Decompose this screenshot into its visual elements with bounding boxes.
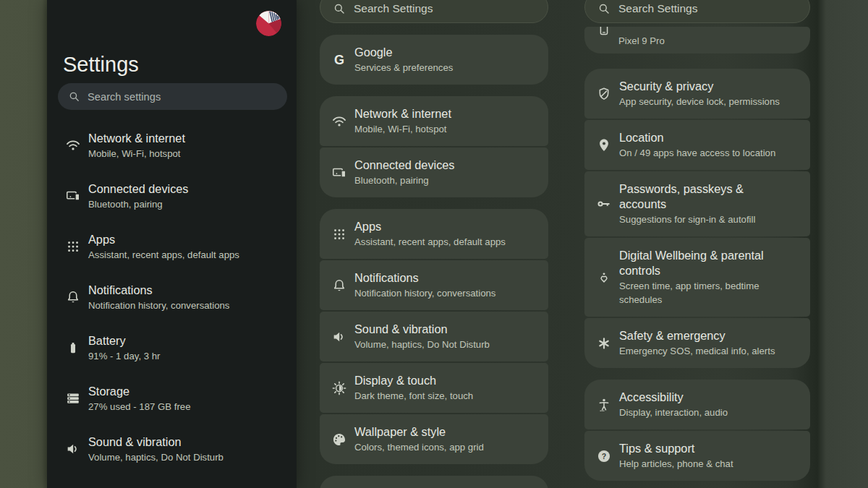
item-title: Connected devices (88, 181, 188, 197)
item-subtitle: Help articles, phone & chat (619, 457, 733, 471)
settings-item-pixel-9-pro[interactable]: Pixel 9 Pro (584, 27, 810, 53)
devices-icon (65, 188, 81, 204)
settings-item-digital-wellbeing-parental[interactable]: Digital Wellbeing & parental controlsScr… (584, 238, 810, 317)
item-title: Security & privacy (619, 79, 780, 94)
settings-item-location[interactable]: LocationOn / 49 apps have access to loca… (584, 120, 810, 170)
item-subtitle: Volume, haptics, Do Not Disturb (88, 450, 224, 464)
item-title: Tips & support (619, 441, 733, 456)
search-icon (333, 2, 346, 15)
settings-item-display[interactable]: Display (47, 474, 297, 488)
item-text: GoogleServices & preferences (354, 45, 453, 74)
card-group: GGoogleServices & preferences (320, 35, 548, 85)
item-text: Sound & vibrationVolume, haptics, Do Not… (354, 322, 490, 351)
item-title: Network & internet (88, 131, 185, 146)
card-group: Network & internetMobile, Wi-Fi, hotspot… (320, 96, 548, 197)
key-icon (595, 196, 613, 212)
settings-item-connected-devices[interactable]: Connected devicesBluetooth, pairing (47, 171, 297, 221)
settings-item-safety-emergency[interactable]: Safety & emergencyEmergency SOS, medical… (584, 318, 810, 368)
accessibility-icon (595, 397, 613, 413)
item-subtitle: Pixel 9 Pro (618, 34, 665, 48)
item-title: Display & touch (354, 373, 473, 388)
item-title: Network & internet (354, 106, 451, 121)
wifi-icon (65, 137, 81, 153)
settings-item-notifications[interactable]: NotificationsNotification history, conve… (320, 260, 548, 310)
settings-panel-middle: Search Settings GGoogleServices & prefer… (320, 0, 548, 488)
search-placeholder: Search settings (88, 91, 161, 103)
search-placeholder: Search Settings (354, 2, 433, 15)
item-subtitle: Assistant, recent apps, default apps (88, 248, 239, 262)
settings-item-accessibility[interactable]: AccessibilityDisplay, interaction, audio (584, 380, 810, 429)
settings-panel-right: Search Settings Pixel 9 Pro Security & p… (584, 0, 810, 488)
location-pin-icon (595, 137, 613, 153)
card-group: AppsAssistant, recent apps, default apps… (320, 209, 548, 464)
item-text: Network & internetMobile, Wi-Fi, hotspot (88, 131, 185, 160)
settings-item-apps[interactable]: AppsAssistant, recent apps, default apps (47, 221, 297, 272)
item-text: Connected devicesBluetooth, pairing (88, 181, 188, 211)
search-input[interactable]: Search Settings (320, 0, 548, 23)
settings-item-storage[interactable]: Storage (320, 476, 548, 488)
item-subtitle: Assistant, recent apps, default apps (354, 235, 506, 249)
item-text: Battery91% - 1 day, 3 hr (88, 333, 160, 363)
search-placeholder: Search Settings (618, 2, 697, 15)
asterisk-icon (595, 335, 613, 351)
search-input[interactable]: Search settings (58, 83, 287, 110)
item-title: Accessibility (619, 390, 728, 405)
question-icon: ? (595, 448, 613, 464)
settings-item-security-privacy[interactable]: Security & privacyApp security, device l… (584, 69, 810, 119)
item-text: Digital Wellbeing & parental controlsScr… (619, 248, 764, 307)
profile-avatar[interactable] (256, 11, 281, 36)
search-input[interactable]: Search Settings (584, 0, 810, 23)
settings-item-network-internet[interactable]: Network & internetMobile, Wi-Fi, hotspot (47, 120, 297, 171)
item-title: Storage (88, 384, 190, 399)
item-text: Passwords, passkeys & accountsSuggestion… (619, 181, 755, 226)
item-text: NotificationsNotification history, conve… (88, 283, 229, 312)
brightness-icon (331, 380, 348, 396)
settings-item-battery[interactable]: Battery91% - 1 day, 3 hr (47, 322, 297, 373)
item-title: Wallpaper & style (354, 424, 484, 440)
item-text: LocationOn / 49 apps have access to loca… (619, 130, 775, 160)
item-text: Tips & supportHelp articles, phone & cha… (619, 441, 733, 471)
item-title: Notifications (88, 283, 229, 298)
item-title: Connected devices (354, 158, 454, 173)
item-subtitle: Bluetooth, pairing (354, 174, 454, 187)
item-subtitle: Suggestions for sign-in & autofill (619, 213, 755, 226)
item-text: AppsAssistant, recent apps, default apps (88, 232, 239, 262)
settings-item-passwords-passkeys[interactable]: Passwords, passkeys & accountsSuggestion… (584, 171, 810, 236)
settings-item-storage[interactable]: Storage27% used - 187 GB free (47, 373, 297, 424)
wellbeing-icon (595, 270, 613, 286)
item-title: Notifications (354, 270, 495, 286)
settings-item-apps[interactable]: AppsAssistant, recent apps, default apps (320, 209, 548, 259)
apps-grid-icon (65, 239, 81, 254)
bell-icon (65, 289, 81, 305)
shield-icon (595, 86, 613, 102)
settings-item-network-internet[interactable]: Network & internetMobile, Wi-Fi, hotspot (320, 96, 548, 146)
settings-item-google[interactable]: GGoogleServices & preferences (320, 35, 548, 85)
item-subtitle: Mobile, Wi-Fi, hotspot (354, 122, 451, 136)
settings-card-groups: Security & privacyApp security, device l… (584, 69, 810, 481)
card-group: Storage (320, 476, 548, 488)
item-title: Google (354, 45, 453, 60)
item-text: Sound & vibrationVolume, haptics, Do Not… (88, 435, 224, 464)
item-subtitle: Notification history, conversations (88, 299, 229, 312)
google-g-icon: G (331, 52, 348, 68)
wifi-icon (331, 114, 348, 129)
settings-item-sound-vibration[interactable]: Sound & vibrationVolume, haptics, Do Not… (320, 312, 548, 361)
item-title: Sound & vibration (354, 322, 490, 337)
page-title: Settings (63, 51, 139, 78)
item-text: Wallpaper & styleColors, themed icons, a… (354, 424, 484, 454)
bell-icon (331, 278, 348, 294)
battery-icon (65, 340, 81, 356)
settings-item-sound-vibration[interactable]: Sound & vibrationVolume, haptics, Do Not… (47, 424, 297, 474)
settings-item-wallpaper-style[interactable]: Wallpaper & styleColors, themed icons, a… (320, 414, 548, 464)
svg-text:?: ? (602, 451, 606, 460)
settings-item-notifications[interactable]: NotificationsNotification history, conve… (47, 272, 297, 322)
settings-item-display-touch[interactable]: Display & touchDark theme, font size, to… (320, 363, 548, 413)
item-text: Network & internetMobile, Wi-Fi, hotspot (354, 106, 451, 136)
item-subtitle: Emergency SOS, medical info, alerts (619, 344, 775, 358)
settings-item-tips-support[interactable]: ?Tips & supportHelp articles, phone & ch… (584, 431, 810, 481)
item-title: Location (619, 130, 775, 145)
item-title: Apps (88, 232, 239, 247)
devices-icon (331, 165, 348, 181)
item-text: Security & privacyApp security, device l… (619, 79, 780, 108)
settings-item-connected-devices[interactable]: Connected devicesBluetooth, pairing (320, 147, 548, 197)
